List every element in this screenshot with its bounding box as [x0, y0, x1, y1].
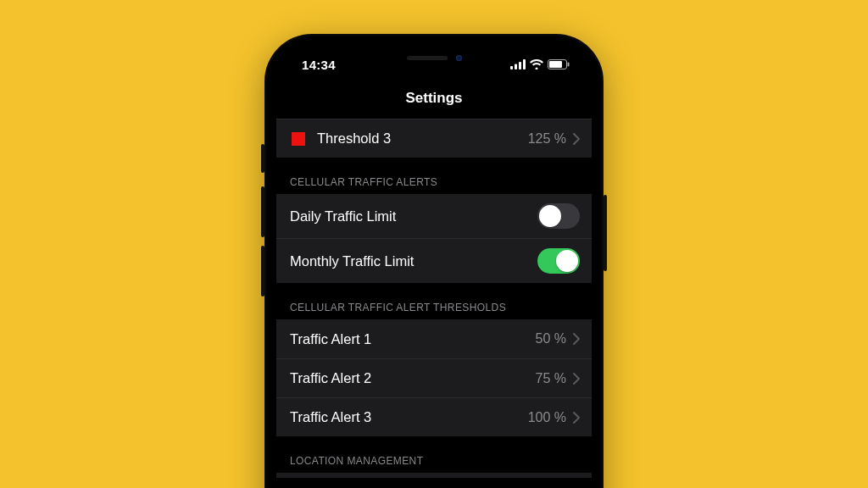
- front-camera: [456, 55, 462, 61]
- daily-traffic-limit-row[interactable]: Daily Traffic Limit: [276, 194, 592, 238]
- monthly-traffic-limit-row[interactable]: Monthly Traffic Limit: [276, 238, 592, 283]
- svg-rect-1: [515, 64, 517, 69]
- svg-rect-2: [519, 62, 521, 69]
- row-value: 50 %: [536, 331, 566, 347]
- volume-down-button: [261, 246, 264, 297]
- svg-rect-3: [523, 59, 526, 69]
- volume-up-button: [261, 186, 264, 237]
- svg-rect-0: [510, 66, 513, 69]
- cellular-alerts-group: Daily Traffic Limit Monthly Traffic Limi…: [276, 194, 592, 283]
- row-label: Threshold 3: [317, 130, 528, 147]
- color-swatch-icon: [292, 132, 305, 146]
- row-value: 75 %: [536, 371, 566, 386]
- section-header-location: LOCATION MANAGEMENT: [276, 436, 592, 473]
- monthly-traffic-limit-toggle[interactable]: [537, 248, 580, 274]
- power-button: [604, 195, 607, 271]
- traffic-alert-2-row[interactable]: Traffic Alert 2 75 %: [276, 358, 592, 397]
- daily-traffic-limit-toggle[interactable]: [537, 203, 580, 229]
- svg-rect-5: [549, 61, 562, 68]
- row-label: Daily Traffic Limit: [290, 208, 537, 225]
- section-header-cellular-alerts: CELLULAR TRAFFIC ALERTS: [276, 158, 592, 194]
- battery-icon: [548, 58, 570, 72]
- section-header-alert-thresholds: CELLULAR TRAFFIC ALERT THRESHOLDS: [276, 283, 592, 319]
- location-group: [276, 473, 592, 478]
- notch: [353, 46, 515, 69]
- traffic-alert-1-row[interactable]: Traffic Alert 1 50 %: [276, 319, 592, 358]
- threshold-group: Threshold 3 125 %: [276, 119, 592, 158]
- threshold-3-row[interactable]: Threshold 3 125 %: [276, 119, 592, 158]
- svg-rect-6: [568, 62, 570, 66]
- row-label: Monthly Traffic Limit: [290, 253, 537, 269]
- wifi-icon: [530, 58, 543, 72]
- chevron-right-icon: [573, 133, 580, 145]
- alert-thresholds-group: Traffic Alert 1 50 % Traffic Alert 2 75 …: [276, 319, 592, 436]
- phone-screen: 14:34 Settings Threshold 3 125 %: [276, 46, 592, 488]
- chevron-right-icon: [573, 412, 580, 424]
- settings-list[interactable]: Threshold 3 125 % CELLULAR TRAFFIC ALERT…: [276, 119, 592, 478]
- row-label: Traffic Alert 3: [290, 409, 528, 425]
- chevron-right-icon: [573, 373, 580, 385]
- row-value: 100 %: [528, 410, 566, 425]
- mute-switch: [261, 144, 264, 173]
- phone-frame: 14:34 Settings Threshold 3 125 %: [264, 34, 604, 488]
- traffic-alert-3-row[interactable]: Traffic Alert 3 100 %: [276, 397, 592, 436]
- row-label: Traffic Alert 1: [290, 331, 536, 347]
- chevron-right-icon: [573, 333, 580, 345]
- page-title: Settings: [276, 83, 592, 117]
- status-indicators: [510, 58, 570, 72]
- speaker-grill: [407, 56, 448, 60]
- row-label: Traffic Alert 2: [290, 370, 536, 386]
- row-value: 125 %: [528, 131, 566, 147]
- status-time: 14:34: [302, 58, 336, 72]
